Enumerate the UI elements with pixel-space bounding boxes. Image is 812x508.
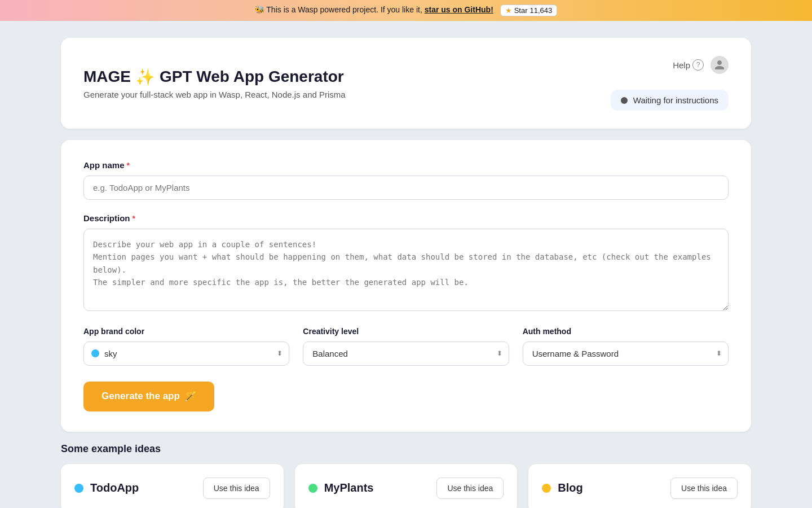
idea-card-myplants: MyPlants Use this idea	[295, 464, 518, 508]
app-name-input[interactable]	[83, 176, 729, 200]
creativity-group: Creativity level Balanced Creative Preci…	[303, 327, 509, 366]
use-idea-button-todo[interactable]: Use this idea	[203, 478, 270, 499]
generate-btn-label: Generate the app	[102, 391, 180, 402]
creativity-label: Creativity level	[303, 327, 509, 336]
description-group: Description *	[83, 213, 729, 313]
idea-color-dot-blog	[542, 484, 551, 493]
star-count: 11,643	[530, 6, 553, 15]
banner-text: This is a Wasp powered project. If you l…	[266, 5, 422, 14]
brand-color-label: App brand color	[83, 327, 289, 336]
options-row: App brand color sky red green blue purpl…	[83, 327, 729, 366]
brand-color-group: App brand color sky red green blue purpl…	[83, 327, 289, 366]
auth-group: Auth method Username & Password Email & …	[523, 327, 729, 366]
app-name-label: App name *	[83, 160, 729, 170]
header-left: MAGE ✨ GPT Web App Generator Generate yo…	[83, 68, 346, 99]
idea-card-todo: TodoApp Use this idea	[61, 464, 284, 508]
description-label: Description *	[83, 213, 729, 223]
banner-emoji: 🐝	[255, 5, 264, 14]
idea-name-todo: TodoApp	[90, 481, 139, 494]
use-idea-button-blog[interactable]: Use this idea	[670, 478, 738, 499]
idea-color-dot-todo	[74, 484, 83, 493]
auth-select-wrapper: Username & Password Email & Password Non…	[523, 341, 729, 366]
app-title: MAGE ✨ GPT Web App Generator	[83, 68, 346, 86]
brand-color-select[interactable]: sky red green blue purple orange	[83, 341, 289, 366]
generate-button[interactable]: Generate the app 🪄	[83, 382, 214, 411]
status-dot	[621, 97, 628, 104]
generate-btn-emoji: 🪄	[184, 391, 196, 402]
github-link[interactable]: star us on GitHub!	[425, 5, 493, 14]
star-icon: ★	[505, 6, 512, 15]
auth-label: Auth method	[523, 327, 729, 336]
idea-name-myplants: MyPlants	[324, 481, 374, 494]
use-idea-button-myplants[interactable]: Use this idea	[436, 478, 504, 499]
brand-color-select-wrapper: sky red green blue purple orange ⬍	[83, 341, 289, 366]
ideas-title: Some example ideas	[61, 443, 751, 455]
help-icon: ?	[692, 59, 704, 71]
auth-select[interactable]: Username & Password Email & Password Non…	[523, 341, 729, 366]
user-icon	[714, 59, 725, 71]
help-label: Help	[673, 60, 690, 70]
creativity-select[interactable]: Balanced Creative Precise	[303, 341, 509, 366]
header-right: Help ? Waiting for instructions	[611, 56, 729, 111]
required-star-desc: *	[133, 214, 135, 223]
form-card: App name * Description * App brand color…	[61, 140, 751, 432]
idea-left-myplants: MyPlants	[308, 481, 374, 494]
app-name-group: App name *	[83, 160, 729, 200]
idea-left-todo: TodoApp	[74, 481, 139, 494]
star-label: Star	[514, 6, 528, 15]
ideas-section: Some example ideas TodoApp Use this idea…	[61, 443, 751, 508]
idea-color-dot-myplants	[308, 484, 317, 493]
header-card: MAGE ✨ GPT Web App Generator Generate yo…	[61, 38, 751, 129]
description-textarea[interactable]	[83, 229, 729, 311]
main-content: MAGE ✨ GPT Web App Generator Generate yo…	[0, 21, 812, 508]
star-badge[interactable]: ★ Star 11,643	[500, 5, 558, 16]
status-indicator: Waiting for instructions	[611, 90, 729, 111]
idea-card-blog: Blog Use this idea	[528, 464, 751, 508]
required-star: *	[127, 161, 130, 170]
creativity-select-wrapper: Balanced Creative Precise ⬍	[303, 341, 509, 366]
ideas-grid: TodoApp Use this idea MyPlants Use this …	[61, 464, 751, 508]
help-button[interactable]: Help ?	[673, 59, 704, 71]
status-text: Waiting for instructions	[633, 95, 718, 105]
user-avatar[interactable]	[710, 56, 729, 74]
idea-name-blog: Blog	[558, 481, 582, 494]
app-subtitle: Generate your full-stack web app in Wasp…	[83, 90, 346, 99]
idea-left-blog: Blog	[542, 481, 582, 494]
top-banner: 🐝 This is a Wasp powered project. If you…	[0, 0, 812, 21]
